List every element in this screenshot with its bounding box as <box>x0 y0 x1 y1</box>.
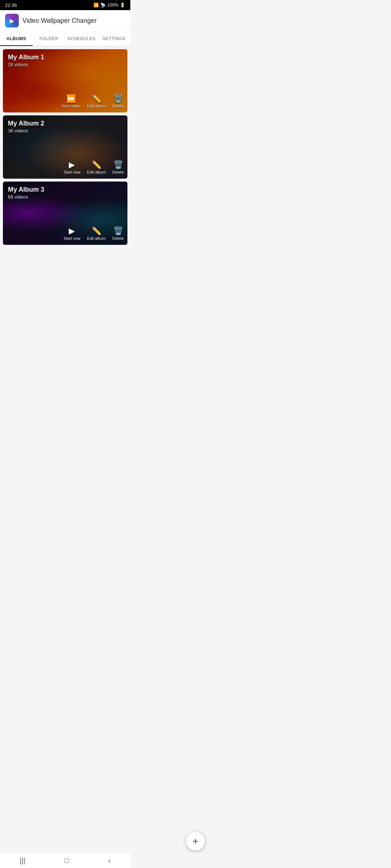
album-1-next-label: Next video <box>62 104 80 108</box>
edit-icon-1: ✏️ <box>92 95 101 103</box>
tab-settings[interactable]: SETTINGS <box>98 31 130 46</box>
album-1-edit-label: Edit album <box>87 104 106 108</box>
next-video-icon: ⏩ <box>66 95 76 103</box>
album-3-edit-label: Edit album <box>87 236 106 241</box>
album-2-start-label: Start now <box>64 170 80 174</box>
album-3-actions: ▶ Start now ✏️ Edit album 🗑️ Delete <box>64 227 124 241</box>
album-3-start-label: Start now <box>64 236 80 241</box>
album-2-delete-button[interactable]: 🗑️ Delete <box>112 161 124 174</box>
album-3-name: My Album 3 <box>8 186 44 193</box>
album-card-3: My Album 3 68 videos ▶ Start now ✏️ Edit… <box>3 182 127 245</box>
album-2-edit-button[interactable]: ✏️ Edit album <box>87 161 106 174</box>
album-1-name: My Album 1 <box>8 54 44 61</box>
edit-icon-3: ✏️ <box>92 227 101 235</box>
wifi-icon: 📶 <box>93 3 99 8</box>
album-1-delete-button[interactable]: 🗑️ Delete <box>112 95 124 108</box>
album-2-start-button[interactable]: ▶ Start now <box>64 161 80 174</box>
album-3-edit-button[interactable]: ✏️ Edit album <box>87 227 106 241</box>
delete-icon-3: 🗑️ <box>113 227 123 235</box>
album-1-delete-label: Delete <box>112 104 124 108</box>
album-1-info: My Album 1 26 videos <box>8 54 44 67</box>
tab-folder[interactable]: FOLDER <box>33 31 65 46</box>
app-icon: ▶ <box>5 14 19 27</box>
album-2-delete-label: Delete <box>112 170 124 174</box>
album-2-edit-label: Edit album <box>87 170 106 174</box>
album-3-count: 68 videos <box>8 194 44 200</box>
album-1-actions: ⏩ Next video ✏️ Edit album 🗑️ Delete <box>62 95 124 108</box>
tab-albums[interactable]: ALBUMS <box>0 31 33 46</box>
play-icon-3: ▶ <box>69 227 75 235</box>
status-bar: 22:36 📶 📡 100% 🔋 <box>0 0 130 10</box>
delete-icon-2: 🗑️ <box>113 161 123 169</box>
album-3-info: My Album 3 68 videos <box>8 186 44 200</box>
tab-schedules[interactable]: SCHEDULES <box>65 31 98 46</box>
album-1-next-video-button[interactable]: ⏩ Next video <box>62 95 80 108</box>
album-3-delete-button[interactable]: 🗑️ Delete <box>112 227 124 241</box>
battery-text: 100% <box>107 3 118 8</box>
album-3-start-button[interactable]: ▶ Start now <box>64 227 80 241</box>
album-2-info: My Album 2 36 videos <box>8 120 44 133</box>
play-icon-2: ▶ <box>69 161 75 169</box>
delete-icon-1: 🗑️ <box>113 95 123 103</box>
app-title: Video Wallpaper Changer <box>22 17 97 25</box>
signal-icon: 📡 <box>100 3 106 8</box>
album-2-name: My Album 2 <box>8 120 44 127</box>
album-card-1: My Album 1 26 videos ⏩ Next video ✏️ Edi… <box>3 49 127 112</box>
battery-icon: 🔋 <box>120 3 125 8</box>
app-header: ▶ Video Wallpaper Changer <box>0 10 130 31</box>
album-1-edit-button[interactable]: ✏️ Edit album <box>87 95 106 108</box>
album-2-count: 36 videos <box>8 128 44 133</box>
app-icon-symbol: ▶ <box>10 17 14 24</box>
album-list: My Album 1 26 videos ⏩ Next video ✏️ Edi… <box>0 46 130 248</box>
tabs-bar: ALBUMS FOLDER SCHEDULES SETTINGS <box>0 31 130 46</box>
status-time: 22:36 <box>5 3 17 8</box>
album-1-count: 26 videos <box>8 62 44 67</box>
album-3-delete-label: Delete <box>112 236 124 241</box>
album-2-actions: ▶ Start now ✏️ Edit album 🗑️ Delete <box>64 161 124 174</box>
status-right: 📶 📡 100% 🔋 <box>93 3 125 8</box>
album-card-2: My Album 2 36 videos ▶ Start now ✏️ Edit… <box>3 115 127 179</box>
edit-icon-2: ✏️ <box>92 161 101 169</box>
